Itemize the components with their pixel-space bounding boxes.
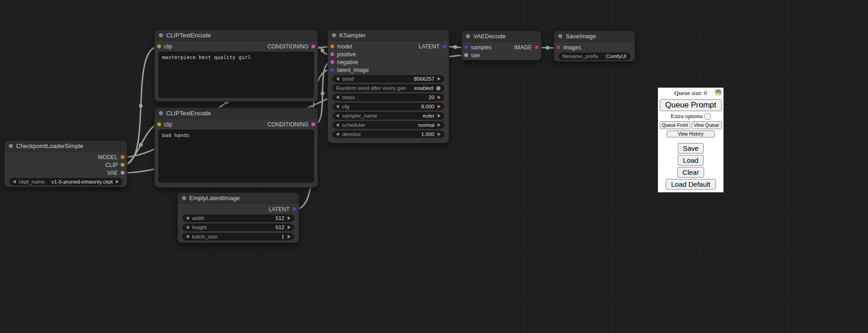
widget-batch-size[interactable]: batch_size 1 xyxy=(182,233,294,240)
widget-seed[interactable]: seed 8566257 xyxy=(332,75,444,83)
prev-arrow-icon[interactable] xyxy=(13,180,16,184)
widget-label: seed xyxy=(342,76,354,82)
queue-size-label: Queue size: 0 xyxy=(675,89,707,96)
widget-ckpt-name[interactable]: ckpt_name v1-5-pruned-emaonly.ckpt xyxy=(9,178,122,185)
queue-front-button[interactable]: Queue Front xyxy=(660,121,690,129)
node-title-bar[interactable]: EmptyLatentImage xyxy=(178,193,299,204)
output-slot-model[interactable] xyxy=(121,155,125,159)
load-button[interactable]: Load xyxy=(678,155,703,166)
node-empty-latent-image[interactable]: EmptyLatentImage LATENT width 512 height… xyxy=(178,193,299,243)
decrement-arrow-icon[interactable] xyxy=(186,235,189,238)
node-checkpoint-loader-simple[interactable]: CheckpointLoaderSimple MODEL CLIP VAE xyxy=(5,141,127,187)
node-clip-text-encode-positive[interactable]: CLIPTextEncode clip CONDITIONING masterp… xyxy=(155,30,318,101)
next-arrow-icon[interactable] xyxy=(438,114,440,118)
increment-arrow-icon[interactable] xyxy=(438,95,440,99)
increment-arrow-icon[interactable] xyxy=(438,77,440,81)
extra-options-checkbox[interactable] xyxy=(705,113,711,119)
decrement-arrow-icon[interactable] xyxy=(336,77,339,81)
prev-arrow-icon[interactable] xyxy=(336,123,339,127)
prev-arrow-icon[interactable] xyxy=(336,114,339,118)
input-slot-vae[interactable] xyxy=(464,53,468,57)
load-default-button[interactable]: Load Default xyxy=(666,179,715,190)
increment-arrow-icon[interactable] xyxy=(438,105,440,108)
input-slot-clip[interactable] xyxy=(157,122,161,126)
collapse-dot-icon[interactable] xyxy=(558,34,562,38)
input-slot-clip[interactable] xyxy=(157,44,161,48)
decrement-arrow-icon[interactable] xyxy=(336,95,339,99)
node-ksampler[interactable]: KSampler model LATENT positive xyxy=(328,30,449,143)
slot-row: vae xyxy=(462,51,541,59)
increment-arrow-icon[interactable] xyxy=(288,216,290,220)
input-slot-samples[interactable] xyxy=(464,45,468,49)
next-arrow-icon[interactable] xyxy=(438,123,440,127)
collapse-dot-icon[interactable] xyxy=(159,111,163,115)
output-slot-clip[interactable] xyxy=(121,163,125,167)
collapse-dot-icon[interactable] xyxy=(466,34,470,38)
slot-row: clip CONDITIONING xyxy=(155,42,318,50)
increment-arrow-icon[interactable] xyxy=(288,235,290,238)
node-title-bar[interactable]: SaveImage xyxy=(554,31,635,42)
output-label-image: IMAGE xyxy=(514,44,532,51)
input-slot-model[interactable] xyxy=(330,44,334,48)
widget-cfg[interactable]: cfg 8.000 xyxy=(332,103,444,110)
node-title-bar[interactable]: CLIPTextEncode xyxy=(155,30,318,41)
widget-scheduler[interactable]: scheduler normal xyxy=(332,121,444,129)
node-clip-text-encode-negative[interactable]: CLIPTextEncode clip CONDITIONING bad han… xyxy=(155,108,318,187)
node-title: CLIPTextEncode xyxy=(166,110,211,117)
output-label-vae: VAE xyxy=(107,170,118,176)
node-title-bar[interactable]: CheckpointLoaderSimple xyxy=(5,141,127,152)
input-label-vae: vae xyxy=(471,52,480,59)
node-title-bar[interactable]: CLIPTextEncode xyxy=(155,108,318,119)
output-slot-latent[interactable] xyxy=(442,44,446,48)
input-slot-latent-image[interactable] xyxy=(330,68,334,72)
input-slot-images[interactable] xyxy=(556,45,561,49)
widget-steps[interactable]: steps 20 xyxy=(332,94,444,101)
input-slot-negative[interactable] xyxy=(330,60,334,64)
collapse-dot-icon[interactable] xyxy=(159,33,163,37)
widget-value: 512 xyxy=(276,225,284,230)
widget-value: 1.000 xyxy=(421,131,434,137)
prompt-textarea[interactable]: masterpiece best quality girl xyxy=(158,52,314,98)
output-slot-image[interactable] xyxy=(535,45,539,49)
widget-height[interactable]: height 512 xyxy=(182,224,294,231)
output-slot-conditioning[interactable] xyxy=(311,44,315,48)
output-slot-vae[interactable] xyxy=(121,171,125,175)
decrement-arrow-icon[interactable] xyxy=(186,226,189,229)
decrement-arrow-icon[interactable] xyxy=(336,132,339,136)
output-slot-conditioning[interactable] xyxy=(311,122,315,126)
increment-arrow-icon[interactable] xyxy=(438,132,440,136)
widget-sampler-name[interactable]: sampler_name euler xyxy=(332,112,444,119)
node-title-bar[interactable]: KSampler xyxy=(328,30,449,41)
settings-gear-icon[interactable] xyxy=(715,89,721,95)
toggle-on-icon[interactable] xyxy=(436,86,440,90)
widget-denoise[interactable]: denoise 1.000 xyxy=(332,131,444,138)
input-slot-positive[interactable] xyxy=(330,52,334,56)
collapse-dot-icon[interactable] xyxy=(9,144,13,148)
clear-button[interactable]: Clear xyxy=(677,167,704,178)
widget-random-seed-toggle[interactable]: Random seed after every gen enabled xyxy=(332,84,444,92)
next-arrow-icon[interactable] xyxy=(116,180,119,184)
output-label-model: MODEL xyxy=(98,154,118,161)
widget-value: enabled xyxy=(414,85,433,91)
widget-width[interactable]: width 512 xyxy=(182,214,294,222)
node-title-bar[interactable]: VAEDecode xyxy=(462,31,541,42)
widget-filename-prefix[interactable]: filename_prefix ComfyUI xyxy=(559,53,630,60)
queue-prompt-button[interactable]: Queue Prompt xyxy=(660,99,722,111)
collapse-dot-icon[interactable] xyxy=(332,33,336,37)
node-vae-decode[interactable]: VAEDecode samples IMAGE vae xyxy=(462,31,541,60)
node-graph-canvas[interactable]: CheckpointLoaderSimple MODEL CLIP VAE xyxy=(0,0,868,333)
widget-value: euler xyxy=(422,113,434,119)
node-save-image[interactable]: SaveImage images filename_prefix ComfyUI xyxy=(554,31,635,61)
prompt-textarea[interactable]: bad hands xyxy=(158,130,314,183)
node-title: SaveImage xyxy=(566,33,596,40)
decrement-arrow-icon[interactable] xyxy=(336,105,339,108)
save-button[interactable]: Save xyxy=(678,143,704,154)
view-history-button[interactable]: View History xyxy=(667,131,715,137)
node-title: CLIPTextEncode xyxy=(166,32,211,39)
output-slot-latent[interactable] xyxy=(292,207,296,211)
decrement-arrow-icon[interactable] xyxy=(186,216,189,220)
increment-arrow-icon[interactable] xyxy=(288,226,290,229)
collapse-dot-icon[interactable] xyxy=(182,196,186,200)
view-queue-button[interactable]: View Queue xyxy=(692,121,722,129)
widget-value: 20 xyxy=(428,95,434,100)
